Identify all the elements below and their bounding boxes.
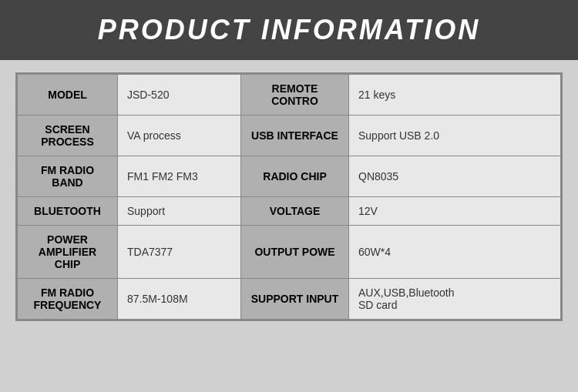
value-left-1: VA process <box>118 116 241 156</box>
product-info-table: MODELJSD-520REMOTE CONTRO21 keysSCREEN P… <box>15 72 563 321</box>
label-left-4: POWER AMPLIFIER CHIP <box>18 226 118 279</box>
value-right-0: 21 keys <box>349 75 561 116</box>
label-right-0: REMOTE CONTRO <box>241 75 349 116</box>
label-right-3: VOLTAGE <box>241 197 349 226</box>
value-right-2: QN8035 <box>349 156 561 197</box>
value-right-5: AUX,USB,Bluetooth SD card <box>349 279 561 320</box>
table-row: POWER AMPLIFIER CHIPTDA7377OUTPUT POWE60… <box>18 226 561 279</box>
value-right-3: 12V <box>349 197 561 226</box>
label-left-3: BLUETOOTH <box>18 197 118 226</box>
table-row: FM RADIO FREQUENCY87.5M-108MSUPPORT INPU… <box>18 279 561 320</box>
value-left-5: 87.5M-108M <box>118 279 241 320</box>
label-left-1: SCREEN PROCESS <box>18 116 118 156</box>
table-row: FM RADIO BANDFM1 FM2 FM3RADIO CHIPQN8035 <box>18 156 561 197</box>
value-left-3: Support <box>118 197 241 226</box>
value-left-2: FM1 FM2 FM3 <box>118 156 241 197</box>
page-header: PRODUCT INFORMATION <box>0 0 578 60</box>
table-row: SCREEN PROCESSVA processUSB INTERFACESup… <box>18 116 561 156</box>
label-right-4: OUTPUT POWE <box>241 226 349 279</box>
label-right-2: RADIO CHIP <box>241 156 349 197</box>
label-left-5: FM RADIO FREQUENCY <box>18 279 118 320</box>
value-right-4: 60W*4 <box>349 226 561 279</box>
label-left-0: MODEL <box>18 75 118 116</box>
label-right-1: USB INTERFACE <box>241 116 349 156</box>
label-left-2: FM RADIO BAND <box>18 156 118 197</box>
value-left-0: JSD-520 <box>118 75 241 116</box>
page-title: PRODUCT INFORMATION <box>98 14 480 45</box>
table-row: BLUETOOTHSupportVOLTAGE12V <box>18 197 561 226</box>
table-row: MODELJSD-520REMOTE CONTRO21 keys <box>18 75 561 116</box>
label-right-5: SUPPORT INPUT <box>241 279 349 320</box>
value-left-4: TDA7377 <box>118 226 241 279</box>
value-right-1: Support USB 2.0 <box>349 116 561 156</box>
